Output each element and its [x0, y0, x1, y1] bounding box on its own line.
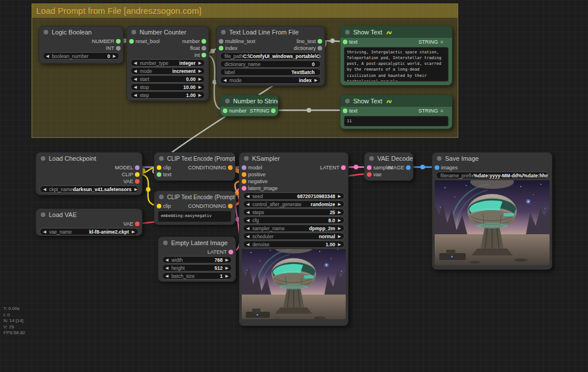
collapse-dot-icon[interactable]: [437, 156, 442, 161]
increment-arrow-icon[interactable]: ▶: [226, 273, 229, 279]
increment-arrow-icon[interactable]: ▶: [338, 193, 341, 199]
output-port-image[interactable]: [406, 165, 411, 170]
node-clip-text-encode-negative[interactable]: CLIP Text Encode (Prompt) clip CONDITION…: [154, 191, 235, 225]
collapse-dot-icon[interactable]: [225, 99, 230, 103]
node-logic-boolean[interactable]: Logic Boolean NUMBER INT ◀ boolean_numbe…: [38, 26, 123, 64]
decrement-arrow-icon[interactable]: ◀: [134, 60, 137, 66]
decrement-arrow-icon[interactable]: ◀: [134, 92, 137, 98]
output-port-int[interactable]: [202, 53, 206, 57]
collapse-dot-icon[interactable]: [244, 156, 249, 161]
output-port-latent[interactable]: [341, 165, 346, 170]
output-port-clip[interactable]: [135, 172, 140, 177]
increment-arrow-icon[interactable]: ▶: [132, 228, 135, 235]
input-port-multiline-text[interactable]: [219, 39, 223, 44]
widget-height[interactable]: ◀ height 512 ▶: [162, 264, 232, 272]
decrement-arrow-icon[interactable]: ◀: [246, 217, 249, 223]
node-graph-canvas[interactable]: Load Prompt from File [andreszsogon.com]: [0, 0, 588, 372]
input-port-reset-bool[interactable]: [129, 39, 134, 44]
collapse-dot-icon[interactable]: [369, 156, 374, 161]
input-port-clip[interactable]: [157, 165, 161, 170]
input-port-positive[interactable]: [242, 172, 246, 177]
collapse-dot-icon[interactable]: [163, 241, 168, 245]
input-port-images[interactable]: [435, 165, 439, 170]
widget-number-type[interactable]: ◀ number_type integer ▶: [130, 59, 205, 67]
node-empty-latent-image[interactable]: Empty Latent Image LATENT ◀ width 768 ▶ …: [158, 237, 236, 282]
input-port-samples[interactable]: [367, 165, 372, 170]
increment-arrow-icon[interactable]: ▶: [338, 201, 341, 207]
decrement-arrow-icon[interactable]: ◀: [165, 273, 168, 279]
decrement-arrow-icon[interactable]: ◀: [134, 84, 137, 90]
decrement-arrow-icon[interactable]: ◀: [246, 193, 249, 199]
output-port-model[interactable]: [135, 165, 140, 170]
collapse-dot-icon[interactable]: [131, 30, 136, 34]
collapse-dot-icon[interactable]: [41, 212, 45, 217]
increment-arrow-icon[interactable]: ▶: [226, 265, 229, 271]
widget-label[interactable]: label TextBatch: [220, 68, 321, 76]
input-port-negative[interactable]: [242, 179, 246, 184]
increment-arrow-icon[interactable]: ▶: [226, 257, 229, 263]
widget-step[interactable]: ◀ step 1.00 ▶: [130, 91, 205, 99]
show-text-output[interactable]: thriving, Intergalactic space station, T…: [344, 47, 448, 82]
node-ksampler[interactable]: KSampler model LATENT positive negative …: [239, 152, 349, 326]
input-port-model[interactable]: [242, 165, 246, 170]
collapse-dot-icon[interactable]: [44, 30, 48, 34]
input-port-vae[interactable]: [367, 172, 372, 177]
input-port-text[interactable]: [343, 108, 347, 113]
decrement-arrow-icon[interactable]: ◀: [43, 186, 46, 192]
widget-dictionary-name[interactable]: dictionary_name 0: [220, 60, 321, 68]
collapse-dot-icon[interactable]: [345, 99, 350, 103]
node-text-load-line-from-file[interactable]: Text Load Line From File multiline_text …: [216, 26, 325, 86]
output-port-vae[interactable]: [135, 222, 140, 226]
output-port-latent[interactable]: [229, 250, 233, 254]
node-number-counter[interactable]: Number Counter reset_bool number float i…: [126, 26, 209, 101]
increment-arrow-icon[interactable]: ▶: [338, 225, 341, 231]
widget-scheduler[interactable]: ◀ scheduler normal ▶: [243, 232, 345, 240]
output-port-conditioning[interactable]: [228, 165, 233, 170]
widget-stop[interactable]: ◀ stop 10.00 ▶: [130, 83, 205, 91]
node-save-image[interactable]: Save Image images filename_prefix %date:…: [432, 152, 552, 270]
decrement-arrow-icon[interactable]: ◀: [134, 76, 137, 82]
decrement-arrow-icon[interactable]: ◀: [165, 257, 168, 263]
decrement-arrow-icon[interactable]: ◀: [46, 53, 49, 59]
increment-arrow-icon[interactable]: ▶: [199, 92, 202, 98]
widget-control-after-generate[interactable]: ◀ control_after_generate randomize ▶: [243, 200, 345, 208]
widget-boolean-number[interactable]: ◀ boolean_number 0 ▶: [42, 52, 119, 60]
collapse-dot-icon[interactable]: [345, 30, 350, 34]
show-text-output[interactable]: 11: [344, 116, 448, 126]
input-port-text[interactable]: [343, 40, 347, 44]
increment-arrow-icon[interactable]: ▶: [338, 209, 341, 215]
decrement-arrow-icon[interactable]: ◀: [43, 228, 46, 235]
widget-width[interactable]: ◀ width 768 ▶: [162, 256, 232, 264]
node-show-text-2[interactable]: Show Text text STRING≡ 11: [340, 95, 452, 129]
group-title[interactable]: Load Prompt from File [andreszsogon.com]: [32, 4, 458, 18]
input-port-clip[interactable]: [157, 204, 161, 208]
widget-file-path[interactable]: file_path C:\ComfyUI_windows_portable\Co: [220, 52, 321, 60]
widget-denoise[interactable]: ◀ denoise 1.00 ▶: [243, 241, 345, 248]
output-port-number[interactable]: [116, 39, 121, 44]
node-number-to-string[interactable]: Number to String number STRING: [220, 95, 278, 117]
node-load-checkpoint[interactable]: Load Checkpoint MODEL CLIP VAE ◀ ckpt_na…: [36, 152, 142, 195]
input-port-number[interactable]: [223, 108, 227, 113]
collapse-dot-icon[interactable]: [41, 156, 45, 161]
output-port-dictionary[interactable]: [318, 46, 322, 51]
output-port-line-text[interactable]: [318, 39, 322, 44]
increment-arrow-icon[interactable]: ▶: [134, 186, 137, 192]
widget-batch-size[interactable]: ◀ batch_size 1 ▶: [162, 272, 232, 280]
properties-icon[interactable]: ≡: [440, 108, 443, 114]
output-port-int[interactable]: [116, 46, 121, 51]
increment-arrow-icon[interactable]: ▶: [338, 241, 341, 247]
output-port-vae[interactable]: [135, 179, 140, 184]
input-port-latent-image[interactable]: [242, 186, 246, 191]
increment-arrow-icon[interactable]: ▶: [199, 76, 202, 82]
widget-steps[interactable]: ◀ steps 25 ▶: [243, 208, 345, 216]
decrement-arrow-icon[interactable]: ◀: [223, 77, 226, 83]
decrement-arrow-icon[interactable]: ◀: [134, 68, 137, 74]
widget-seed[interactable]: ◀ seed 68720710983348 ▶: [243, 192, 345, 200]
widget-mode[interactable]: ◀ mode index ▶: [220, 76, 321, 84]
decrement-arrow-icon[interactable]: ◀: [246, 241, 249, 247]
prompt-textarea[interactable]: embedding:easynegativ: [158, 211, 231, 222]
properties-icon[interactable]: ≡: [440, 39, 443, 45]
increment-arrow-icon[interactable]: ▶: [113, 53, 116, 59]
increment-arrow-icon[interactable]: ▶: [338, 233, 341, 239]
widget-sampler-name[interactable]: ◀ sampler_name dpmpp_2m ▶: [243, 224, 345, 232]
